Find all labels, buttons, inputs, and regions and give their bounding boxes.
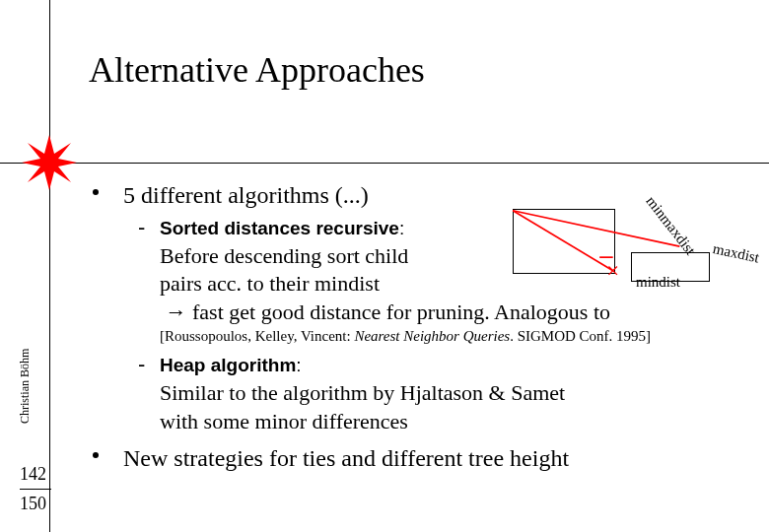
sub1-colon: : [399,218,404,238]
arrow-icon: → [166,299,187,324]
horizontal-divider [0,163,769,164]
content-area: 5 different algorithms (...) - Sorted di… [89,182,749,476]
bullet-1-text: 5 different algorithms (...) [123,182,369,208]
bullet-1: 5 different algorithms (...) [89,182,749,209]
citation-open: [Roussopoulos, Kelley, Vincent: [160,328,354,344]
page-total: 150 [20,494,46,514]
sub1-body2: pairs acc. to their mindist [160,271,380,296]
sub1-body1: Before descending sort child [160,243,408,268]
sub2-body2: with some minor differences [160,409,408,433]
author-label: Christian Böhm [18,349,33,424]
page-divider [20,489,51,490]
sub1-label: Sorted distances recursive [160,218,399,238]
dash-icon: - [138,214,145,242]
sub2-colon: : [296,355,301,375]
sub-bullet-1: - Sorted distances recursive: Before des… [89,214,749,326]
page-current: 142 [20,464,46,485]
citation-title: Nearest Neighbor Queries [354,328,510,344]
citation-close: . SIGMOD Conf. 1995] [510,328,651,344]
dash-icon: - [138,351,145,379]
sub2-label: Heap algorithm [160,355,296,375]
citation: [Roussopoulos, Kelley, Vincent: Nearest … [160,328,749,345]
bullet-2: New strategies for ties and different tr… [89,445,749,472]
slide-title: Alternative Approaches [89,49,425,91]
sub2-body1: Similar to the algorithm by Hjaltason & … [160,380,565,405]
bullet-dot-icon [93,452,99,458]
bullet-dot-icon [93,189,99,195]
sub-bullet-2: - Heap algorithm: Similar to the algorit… [89,351,749,435]
sub1-body3: fast get good distance for pruning. Anal… [187,299,611,324]
vertical-divider [49,0,50,532]
bullet-2-text: New strategies for ties and different tr… [123,445,569,471]
